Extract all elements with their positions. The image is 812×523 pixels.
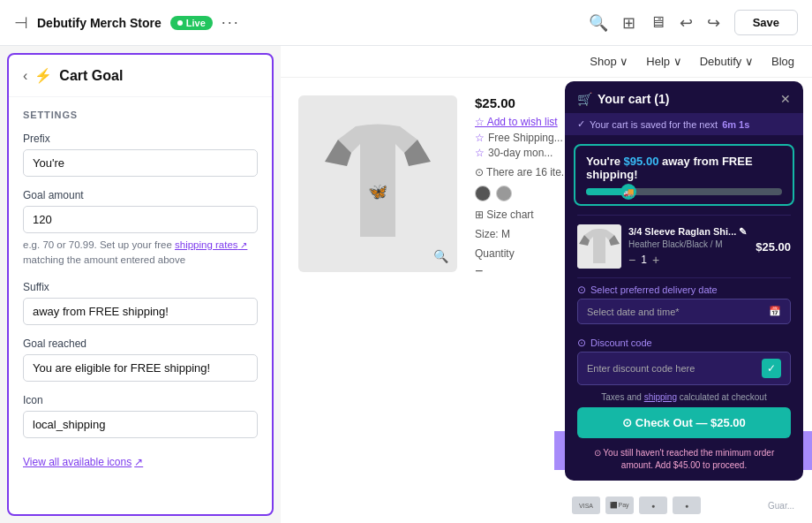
cart-panel: 🛒 Your cart (1) ✕ ✓ Your cart is saved f…	[565, 81, 803, 481]
payment-dot2: ●	[673, 496, 701, 514]
cart-warning: ⊙ You still haven't reached the minimum …	[565, 443, 803, 481]
zoom-icon[interactable]: 🔍	[433, 249, 448, 263]
icon-label: Icon	[23, 394, 258, 406]
checkout-button[interactable]: ⊙ Check Out — $25.00	[577, 407, 791, 438]
cart-item-name: 3/4 Sleeve Raglan Shi... ✎	[628, 226, 748, 238]
right-content: Shop ∨ Help ∨ Debutify ∨ Blog	[281, 46, 812, 523]
live-badge: Live	[170, 16, 213, 30]
cart-close-button[interactable]: ✕	[780, 92, 791, 106]
cart-title-text: Your cart (1)	[598, 92, 669, 106]
taxes-shipping-link[interactable]: shipping	[644, 392, 677, 402]
live-dot	[177, 20, 183, 26]
discount-section-title: ⊙ Discount code	[565, 331, 803, 352]
discount-placeholder: Enter discount code here	[587, 363, 695, 374]
icon-input[interactable]	[23, 411, 258, 438]
goal-progress-icon: 🚚	[620, 184, 636, 200]
suffix-field-group: Suffix	[23, 281, 258, 325]
view-icons-link[interactable]: View all available icons ↗	[23, 456, 143, 468]
qty-decrease-button[interactable]: −	[628, 253, 635, 267]
delivery-icon: ⊙	[577, 284, 586, 296]
goal-reached-input[interactable]	[23, 354, 258, 382]
color-swatch-light[interactable]	[496, 186, 512, 201]
undo-icon[interactable]: ↩	[680, 13, 693, 33]
cart-item-details: 3/4 Sleeve Raglan Shi... ✎ Heather Black…	[628, 226, 748, 267]
cart-goal-icon: ⚡	[34, 67, 52, 84]
goal-reached-field-group: Goal reached	[23, 337, 258, 382]
calendar-icon: 📅	[769, 306, 781, 317]
nav-shop[interactable]: Shop ∨	[590, 55, 628, 68]
main-layout: ‹ ⚡ Cart Goal SETTINGS Prefix Goal amoun…	[0, 46, 812, 523]
cart-header: 🛒 Your cart (1) ✕	[565, 81, 803, 113]
guarantee-text: Guar...	[768, 501, 794, 511]
suffix-input[interactable]	[23, 298, 258, 325]
payment-visa: VISA	[572, 496, 600, 514]
payment-bar: VISA ⬛Pay ● ● Guar...	[554, 496, 812, 514]
delivery-section-title: ⊙ Select preferred delivery date	[565, 278, 803, 299]
cart-item: 3/4 Sleeve Raglan Shi... ✎ Heather Black…	[565, 216, 803, 277]
color-swatch-dark[interactable]	[475, 186, 491, 201]
save-button[interactable]: Save	[734, 10, 798, 35]
cart-goal-banner: You're $95.00 away from FREE shipping! 🚚	[574, 144, 794, 206]
discount-apply-button[interactable]: ✓	[762, 359, 781, 378]
cart-item-variant: Heather Black/Black / M	[628, 239, 748, 249]
nav-help[interactable]: Help ∨	[646, 55, 681, 68]
goal-amount-input[interactable]	[23, 206, 258, 233]
store-preview: Shop ∨ Help ∨ Debutify ∨ Blog	[281, 46, 812, 523]
goal-progress-bar: 🚚	[586, 188, 782, 195]
store-name: Debutify Merch Store	[37, 16, 162, 30]
payment-apple: ⬛Pay	[605, 496, 634, 514]
panel-body: SETTINGS Prefix Goal amount e.g. 70 or 7…	[9, 97, 272, 481]
discount-icon: ⊙	[577, 337, 586, 349]
date-select-placeholder: Select date and time*	[587, 307, 680, 317]
goal-progress-fill: 🚚	[586, 188, 628, 195]
prefix-input[interactable]	[23, 149, 258, 177]
payment-dot1: ●	[639, 496, 667, 514]
cart-date-select[interactable]: Select date and time* 📅	[577, 299, 791, 324]
shipping-rates-link[interactable]: shipping rates	[175, 239, 247, 250]
cart-item-image	[577, 224, 621, 269]
store-nav: Shop ∨ Help ∨ Debutify ∨ Blog	[281, 46, 812, 78]
discount-title-text: Discount code	[590, 337, 652, 348]
cart-saved-time: 6m 1s	[722, 119, 749, 130]
cart-taxes-text: Taxes and shipping calculated at checkou…	[565, 392, 803, 407]
left-panel: ‹ ⚡ Cart Goal SETTINGS Prefix Goal amoun…	[7, 53, 274, 516]
back-arrow-icon[interactable]: ‹	[23, 68, 27, 84]
select-icon[interactable]: ⊞	[622, 13, 635, 33]
dots-menu[interactable]: ···	[222, 13, 240, 32]
taxes-text-after: calculated at checkout	[680, 392, 767, 402]
redo-icon[interactable]: ↪	[707, 13, 720, 33]
live-label: Live	[186, 18, 206, 28]
taxes-text-before: Taxes and	[601, 392, 642, 402]
panel-header: ‹ ⚡ Cart Goal	[9, 55, 272, 97]
qty-increase-button[interactable]: +	[652, 253, 659, 267]
cart-title: 🛒 Your cart (1)	[577, 92, 669, 106]
shirt-graphic: 🦋	[320, 113, 435, 254]
suffix-label: Suffix	[23, 281, 258, 293]
delivery-title-text: Select preferred delivery date	[590, 284, 718, 295]
goal-amount: $95.00	[624, 155, 659, 168]
help-text-after: matching the amount entered above	[23, 254, 185, 265]
desktop-icon[interactable]: 🖥	[650, 13, 665, 32]
cart-saved-text: Your cart is saved for the next	[590, 119, 718, 130]
top-bar-left: ⊣ Debutify Merch Store Live ···	[14, 13, 240, 33]
goal-text: You're $95.00 away from FREE shipping!	[586, 155, 782, 181]
goal-text1: You're	[586, 155, 620, 168]
saved-check-icon: ✓	[577, 118, 585, 130]
prefix-label: Prefix	[23, 133, 258, 145]
cart-item-qty-control: − 1 +	[628, 253, 748, 267]
nav-blog[interactable]: Blog	[771, 55, 794, 68]
cart-warning-text: ⊙ You still haven't reached the minimum …	[594, 448, 774, 470]
goal-amount-field-group: Goal amount e.g. 70 or 70.99. Set up you…	[23, 189, 258, 269]
exit-icon[interactable]: ⊣	[14, 13, 28, 33]
prefix-field-group: Prefix	[23, 133, 258, 177]
top-bar-right: 🔍 ⊞ 🖥 ↩ ↪ Save	[589, 10, 798, 35]
goal-reached-label: Goal reached	[23, 337, 258, 350]
panel-title: Cart Goal	[59, 68, 123, 84]
nav-debutify[interactable]: Debutify ∨	[700, 55, 754, 68]
cart-item-price: $25.00	[756, 240, 791, 254]
search-icon[interactable]: 🔍	[589, 13, 608, 33]
cart-icon: 🛒	[577, 92, 592, 106]
goal-amount-label: Goal amount	[23, 189, 258, 201]
top-bar: ⊣ Debutify Merch Store Live ··· 🔍 ⊞ 🖥 ↩ …	[0, 0, 812, 46]
product-image-area: 🦋 🔍	[298, 95, 457, 272]
